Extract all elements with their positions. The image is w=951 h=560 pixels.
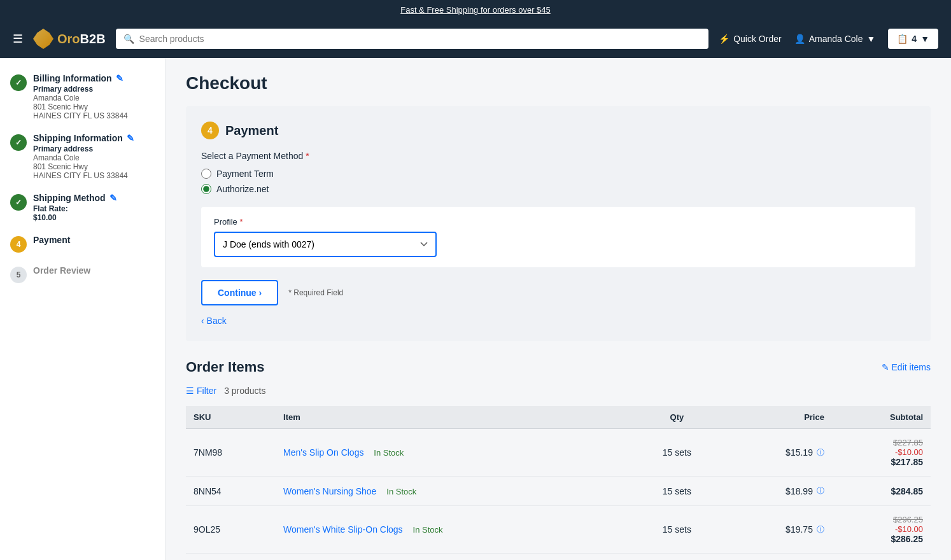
col-subtotal: Subtotal [832, 406, 931, 429]
step-3-title: Shipping Method ✎ [33, 193, 155, 203]
flat-rate-info: Flat Rate: $10.00 [33, 204, 155, 222]
hamburger-menu[interactable]: ☰ [13, 32, 23, 46]
billing-address: Primary address Amanda Cole 801 Scenic H… [33, 85, 155, 120]
row-1-item-link[interactable]: Men's Slip On Clogs [283, 447, 363, 458]
sidebar-item-shipping-method: ✓ Shipping Method ✎ Flat Rate: $10.00 [10, 193, 155, 222]
edit-pencil-icon: ✎ [882, 362, 889, 372]
table-body: 7NM98 Men's Slip On Clogs In Stock 15 se… [186, 429, 931, 554]
step-5-content: Order Review [33, 265, 155, 276]
row-3-qty: 15 sets [632, 506, 722, 554]
row-1-sku: 7NM98 [186, 429, 276, 477]
back-link[interactable]: ‹ Back [201, 316, 227, 326]
payment-section: 4 Payment Select a Payment Method * Paym… [186, 106, 931, 341]
row-2-price: $18.99 ⓘ [722, 477, 832, 506]
step-4-content: Payment [33, 235, 155, 245]
row-1-info-icon[interactable]: ⓘ [817, 447, 824, 458]
shipping-address: Primary address Amanda Cole 801 Scenic H… [33, 144, 155, 180]
row-2-qty: 15 sets [632, 477, 722, 506]
logo-oro: OroB2B [57, 32, 106, 46]
row-2-subtotal: $284.85 [832, 477, 931, 506]
page-layout: ✓ Billing Information ✎ Primary address … [0, 58, 951, 560]
row-1-qty: 15 sets [632, 429, 722, 477]
table-row: 9OL25 Women's White Slip-On Clogs In Sto… [186, 506, 931, 554]
row-2-item-link[interactable]: Women's Nursing Shoe [283, 486, 376, 496]
edit-items-link[interactable]: ✎ Edit items [882, 362, 931, 372]
step-3-content: Shipping Method ✎ Flat Rate: $10.00 [33, 193, 155, 222]
table-header-row: SKU Item Qty Price Subtotal [186, 406, 931, 429]
order-items-title: Order Items [186, 359, 265, 375]
promo-link[interactable]: Fast & Free Shipping for orders over $45 [400, 5, 551, 15]
authorize-net-radio[interactable] [201, 184, 211, 194]
sidebar-item-order-review: 5 Order Review [10, 265, 155, 283]
quick-order-icon: ⚡ [719, 34, 729, 44]
row-3-info-icon[interactable]: ⓘ [817, 524, 824, 535]
authorize-net-label: Authorize.net [216, 184, 269, 194]
site-logo[interactable]: OroB2B [33, 29, 106, 49]
user-label: Amanda Cole [809, 34, 863, 44]
payment-term-radio[interactable] [201, 169, 211, 179]
step-2-content: Shipping Information ✎ Primary address A… [33, 133, 155, 180]
row-3-status: In Stock [413, 525, 443, 535]
col-price: Price [722, 406, 832, 429]
order-items-header: Order Items ✎ Edit items [186, 359, 931, 375]
continue-button[interactable]: Continue › [201, 280, 278, 305]
search-input[interactable] [139, 34, 701, 44]
col-qty: Qty [632, 406, 722, 429]
step-1-icon: ✓ [10, 74, 27, 91]
row-2-sku: 8NN54 [186, 477, 276, 506]
payment-term-option[interactable]: Payment Term [201, 169, 915, 179]
user-menu[interactable]: 👤 Amanda Cole ▼ [794, 34, 876, 44]
quick-order-button[interactable]: ⚡ Quick Order [719, 34, 781, 44]
sidebar-item-payment: 4 Payment [10, 235, 155, 253]
filter-icon: ☰ [186, 386, 194, 396]
page-title: Checkout [186, 73, 931, 94]
filter-button[interactable]: ☰ Filter [186, 386, 216, 396]
quick-order-label: Quick Order [733, 34, 781, 44]
row-2-info-icon[interactable]: ⓘ [817, 486, 824, 496]
row-3-item-link[interactable]: Women's White Slip-On Clogs [283, 524, 403, 535]
col-item: Item [276, 406, 632, 429]
row-1-status: In Stock [374, 448, 404, 458]
step-5-icon: 5 [10, 267, 27, 283]
cart-count: 4 [912, 34, 917, 44]
row-1-subtotal: $227.85 -$10.00 $217.85 [832, 429, 931, 477]
promo-bar: Fast & Free Shipping for orders over $45 [0, 0, 951, 20]
authorize-net-option[interactable]: Authorize.net [201, 184, 915, 194]
payment-method-group: Payment Term Authorize.net [201, 169, 915, 194]
col-sku: SKU [186, 406, 276, 429]
step-3-icon: ✓ [10, 194, 27, 211]
sidebar-item-billing: ✓ Billing Information ✎ Primary address … [10, 73, 155, 120]
step-4-title: Payment [33, 235, 155, 245]
payment-term-label: Payment Term [216, 169, 274, 179]
billing-edit-icon[interactable]: ✎ [116, 73, 123, 83]
row-3-item: Women's White Slip-On Clogs In Stock [276, 506, 632, 554]
payment-title: Payment [225, 123, 278, 138]
step-5-title: Order Review [33, 265, 155, 276]
table-row: 7NM98 Men's Slip On Clogs In Stock 15 se… [186, 429, 931, 477]
shipping-method-edit-icon[interactable]: ✎ [109, 193, 117, 203]
site-header: ☰ OroB2B 🔍 ⚡ Quick Order 👤 Amanda Cole ▼… [0, 20, 951, 58]
row-1-price: $15.19 ⓘ [722, 429, 832, 477]
product-count: 3 products [224, 386, 265, 396]
row-1-item: Men's Slip On Clogs In Stock [276, 429, 632, 477]
profile-select[interactable]: J Doe (ends with 0027) [214, 232, 437, 257]
row-3-price: $19.75 ⓘ [722, 506, 832, 554]
step-1-title: Billing Information ✎ [33, 73, 155, 83]
row-3-sku: 9OL25 [186, 506, 276, 554]
table-row: 8NN54 Women's Nursing Shoe In Stock 15 s… [186, 477, 931, 506]
shipping-info-edit-icon[interactable]: ✎ [127, 133, 134, 143]
cart-icon: 📋 [897, 34, 908, 44]
profile-label: Profile * [214, 217, 903, 227]
required-note: * Required Field [288, 288, 343, 297]
cart-button[interactable]: 📋 4 ▼ [888, 29, 938, 49]
filter-bar: ☰ Filter 3 products [186, 386, 931, 396]
step-1-content: Billing Information ✎ Primary address Am… [33, 73, 155, 120]
chevron-down-icon: ▼ [866, 34, 875, 44]
payment-actions: Continue › * Required Field [201, 280, 915, 305]
search-icon: 🔍 [123, 34, 134, 44]
payment-header: 4 Payment [201, 122, 915, 139]
sidebar-item-shipping-info: ✓ Shipping Information ✎ Primary address… [10, 133, 155, 180]
step-4-icon: 4 [10, 236, 27, 253]
payment-step-number: 4 [201, 122, 219, 139]
payment-method-label: Select a Payment Method * [201, 151, 915, 161]
